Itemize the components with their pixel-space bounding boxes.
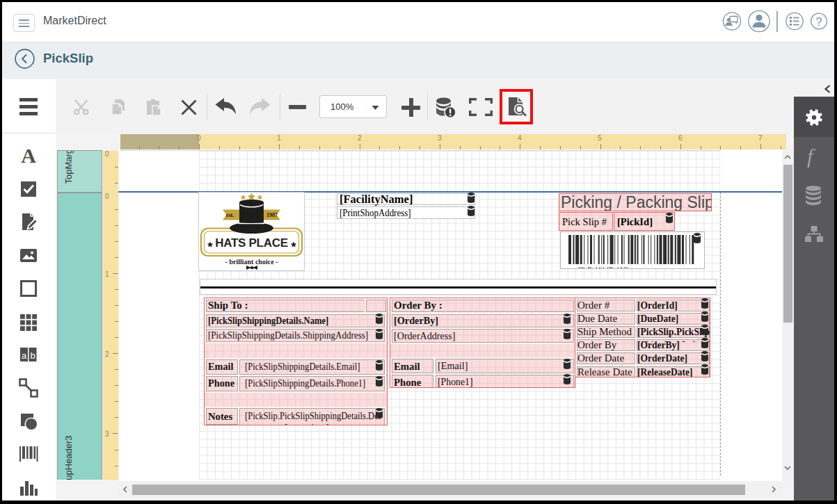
svg-text:est.: est.	[226, 212, 234, 218]
svg-text:b: b	[30, 350, 35, 361]
svg-text:1987: 1987	[266, 212, 278, 218]
svg-text:a: a	[22, 350, 27, 361]
svg-text:- brilliant choice -: - brilliant choice -	[225, 258, 278, 266]
svg-text:A: A	[21, 146, 36, 165]
svg-text:?: ?	[816, 16, 822, 28]
svg-text:HATS PLACE: HATS PLACE	[215, 236, 287, 250]
